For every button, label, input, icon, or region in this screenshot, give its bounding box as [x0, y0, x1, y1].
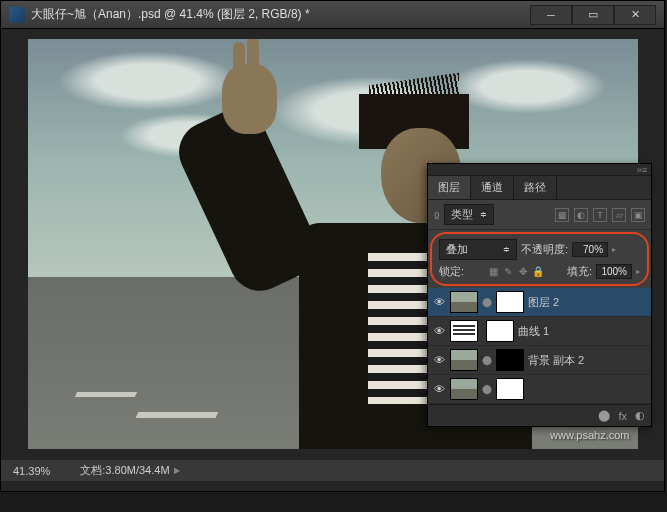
doc-size-value: 文档:3.80M/34.4M [80, 463, 169, 478]
highlighted-region: 叠加 ≑ 不透明度: 70% ▸ 锁定: ▦ ✎ ✥ 🔒 填充: [430, 232, 649, 286]
layer-row[interactable]: 👁 ⬤ 图层 2 [428, 288, 651, 317]
photo-cloud [58, 51, 238, 111]
zoom-value: 41.39% [13, 465, 50, 477]
tab-layers[interactable]: 图层 [428, 176, 471, 199]
layer-name[interactable]: 曲线 1 [518, 324, 647, 339]
link-layers-icon[interactable]: ⬤ [598, 409, 610, 422]
visibility-icon[interactable]: 👁 [432, 382, 446, 396]
document-title: 大眼仔~旭（Anan）.psd @ 41.4% (图层 2, RGB/8) * [31, 6, 530, 23]
photo-road-marking [136, 412, 219, 418]
link-icon: ⬤ [482, 384, 492, 394]
link-icon: ⬤ [482, 355, 492, 365]
lock-label: 锁定: [439, 264, 464, 279]
layer-name[interactable]: 背景 副本 2 [528, 353, 647, 368]
layer-thumbnail[interactable] [450, 291, 478, 313]
layer-thumbnail[interactable] [450, 349, 478, 371]
link-icon: ⬤ [482, 297, 492, 307]
blend-mode-dropdown[interactable]: 叠加 ≑ [439, 239, 517, 260]
maximize-button[interactable]: ▭ [572, 5, 614, 25]
statusbar: 41.39% 文档:3.80M/34.4M ▶ [1, 459, 664, 481]
photo-peace-sign [233, 42, 245, 87]
blend-mode-value: 叠加 [446, 242, 468, 257]
layer-list: 👁 ⬤ 图层 2 👁 曲线 1 👁 ⬤ [428, 288, 651, 404]
visibility-icon[interactable]: 👁 [432, 353, 446, 367]
layer-thumbnail[interactable] [450, 378, 478, 400]
close-button[interactable]: ✕ [614, 5, 656, 25]
panel-tabs: 图层 通道 路径 [428, 176, 651, 200]
mask-thumbnail[interactable] [496, 349, 524, 371]
filter-row: ჲ 类型 ≑ ▩ ◐ T ▱ ▣ [428, 200, 651, 230]
chevron-icon: ≑ [480, 210, 487, 219]
layers-panel: »≡ 图层 通道 路径 ჲ 类型 ≑ ▩ ◐ T ▱ ▣ [427, 163, 652, 427]
kind-label: 类型 [451, 207, 473, 222]
filter-pixel-icon[interactable]: ▩ [555, 208, 569, 222]
opacity-label: 不透明度: [521, 242, 568, 257]
photo-road-marking [75, 392, 137, 397]
doc-info[interactable]: 文档:3.80M/34.4M ▶ [80, 463, 179, 478]
opacity-value[interactable]: 70% [572, 242, 608, 257]
kind-dropdown[interactable]: 类型 ≑ [444, 204, 494, 225]
lock-all-icon[interactable]: 🔒 [532, 266, 544, 278]
titlebar: 大眼仔~旭（Anan）.psd @ 41.4% (图层 2, RGB/8) * … [1, 1, 664, 29]
panel-header[interactable]: »≡ [428, 164, 651, 176]
chevron-icon: ▶ [174, 466, 180, 475]
lock-pixels-icon[interactable]: ✎ [502, 266, 514, 278]
search-icon: ჲ [434, 208, 440, 221]
fill-label: 填充: [567, 264, 592, 279]
mask-thumbnail[interactable] [496, 291, 524, 313]
visibility-icon[interactable]: 👁 [432, 324, 446, 338]
app-icon [9, 7, 25, 23]
panel-footer: ⬤ fx ◐ [428, 404, 651, 426]
tab-paths[interactable]: 路径 [514, 176, 557, 199]
adjustment-thumbnail[interactable] [450, 320, 478, 342]
zoom-level[interactable]: 41.39% [13, 465, 50, 477]
visibility-icon[interactable]: 👁 [432, 295, 446, 309]
tab-channels[interactable]: 通道 [471, 176, 514, 199]
app-window: 大眼仔~旭（Anan）.psd @ 41.4% (图层 2, RGB/8) * … [0, 0, 665, 492]
minimize-button[interactable]: ─ [530, 5, 572, 25]
layer-row[interactable]: 👁 ⬤ [428, 375, 651, 404]
panel-menu-icon[interactable]: »≡ [637, 165, 647, 175]
canvas-area: PS爱好者 www.psahz.com »≡ 图层 通道 路径 ჲ 类型 ≑ ▩ [1, 29, 664, 459]
opacity-stepper-icon[interactable]: ▸ [612, 245, 616, 254]
filter-shape-icon[interactable]: ▱ [612, 208, 626, 222]
mask-button-icon[interactable]: ◐ [635, 409, 645, 422]
layer-name[interactable]: 图层 2 [528, 295, 647, 310]
lock-transparent-icon[interactable]: ▦ [487, 266, 499, 278]
layer-row[interactable]: 👁 ⬤ 背景 副本 2 [428, 346, 651, 375]
mask-thumbnail[interactable] [496, 378, 524, 400]
fx-button[interactable]: fx [618, 410, 627, 422]
fill-stepper-icon[interactable]: ▸ [636, 267, 640, 276]
photo-hand [222, 64, 277, 134]
filter-type-icon[interactable]: T [593, 208, 607, 222]
filter-smart-icon[interactable]: ▣ [631, 208, 645, 222]
mask-thumbnail[interactable] [486, 320, 514, 342]
fill-value[interactable]: 100% [596, 264, 632, 279]
filter-adjust-icon[interactable]: ◐ [574, 208, 588, 222]
layer-row[interactable]: 👁 曲线 1 [428, 317, 651, 346]
chevron-icon: ≑ [503, 245, 510, 254]
watermark-url: www.psahz.com [550, 429, 629, 441]
lock-position-icon[interactable]: ✥ [517, 266, 529, 278]
